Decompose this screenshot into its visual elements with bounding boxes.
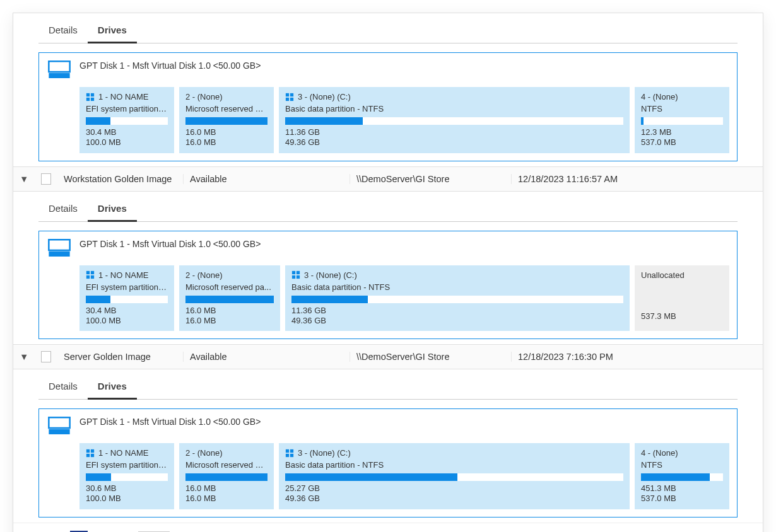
row-checkbox[interactable]: [41, 351, 51, 362]
disk-title: GPT Disk 1 - Msft Virtual Disk 1.0 <50.0…: [79, 415, 261, 427]
partition[interactable]: 3 - (None) (C:)Basic data partition - NT…: [279, 443, 630, 509]
tab-details[interactable]: Details: [38, 18, 88, 43]
disk-icon: [47, 59, 72, 82]
partition[interactable]: Unallocated537.3 MB: [635, 265, 729, 332]
svg-rect-8: [286, 97, 289, 100]
partition-usage-bar: [86, 296, 168, 303]
partition-stats: 12.3 MB537.0 MB: [641, 127, 723, 148]
expand-toggle[interactable]: ▼: [13, 352, 35, 362]
partition-stats: 30.4 MB100.0 MB: [86, 306, 168, 327]
partition-desc: NTFS: [641, 460, 723, 470]
svg-rect-16: [292, 271, 295, 274]
svg-rect-3: [91, 93, 94, 96]
windows-icon: [291, 270, 300, 279]
tab-details[interactable]: Details: [38, 374, 88, 399]
partition[interactable]: 2 - (None)Microsoft reserved pa...16.0 M…: [179, 443, 274, 509]
partition-usage-bar: [86, 117, 168, 125]
partition-usage-bar: [285, 117, 623, 125]
partition-usage-bar: [641, 473, 723, 481]
partition-label: 2 - (None): [185, 92, 267, 101]
svg-rect-14: [86, 275, 90, 279]
partition[interactable]: 4 - (None)NTFS12.3 MB537.0 MB: [635, 87, 729, 153]
windows-icon: [86, 449, 95, 458]
partition-desc: Microsoft reserved pa...: [185, 282, 274, 292]
row-checkbox[interactable]: [41, 173, 51, 185]
svg-rect-5: [91, 97, 94, 100]
svg-rect-23: [91, 449, 94, 452]
tab-drives[interactable]: Drives: [88, 18, 137, 43]
svg-rect-15: [91, 275, 94, 279]
svg-rect-25: [91, 453, 94, 456]
partition-desc: EFI system partition - ...: [86, 104, 168, 113]
partition[interactable]: 1 - NO NAMEEFI system partition - ...30.…: [79, 265, 174, 332]
partition-desc: Basic data partition - NTFS: [285, 460, 623, 470]
svg-point-21: [51, 431, 53, 432]
partition-stats: 11.36 GB49.36 GB: [291, 306, 623, 327]
disk-box: GPT Disk 1 - Msft Virtual Disk 1.0 <50.0…: [38, 52, 738, 161]
svg-rect-27: [290, 449, 293, 452]
partitions-row: 1 - NO NAMEEFI system partition - ...30.…: [79, 265, 729, 332]
pager: |◀ ◀ 1 ▶ ▶| 25 items per page: [13, 523, 763, 533]
svg-rect-6: [286, 93, 289, 96]
partition-stats: 16.0 MB16.0 MB: [185, 306, 274, 327]
tab-drives[interactable]: Drives: [88, 197, 137, 222]
partition-desc: Basic data partition - NTFS: [285, 104, 623, 113]
partition-label: 4 - (None): [641, 92, 723, 101]
svg-rect-9: [290, 97, 293, 100]
row-path: \\DemoServer\GI Store: [350, 174, 512, 184]
disk-icon: [47, 415, 72, 438]
row-status: Available: [184, 174, 350, 184]
partition-label: 3 - (None) (C:): [285, 92, 623, 101]
partition-desc: EFI system partition - ...: [86, 282, 168, 292]
partition-usage-bar: [86, 473, 168, 481]
partition-stats: 16.0 MB16.0 MB: [185, 483, 267, 504]
svg-rect-26: [286, 449, 289, 452]
tab-drives[interactable]: Drives: [88, 374, 137, 400]
partition-desc: Basic data partition - NTFS: [291, 282, 623, 292]
partition[interactable]: 2 - (None)Microsoft reserved pa...16.0 M…: [179, 87, 274, 153]
tab-details[interactable]: Details: [38, 197, 88, 221]
svg-rect-24: [86, 453, 90, 456]
partition-usage-bar: [291, 296, 623, 303]
partition-label: Unallocated: [641, 270, 723, 280]
partition-stats: 25.27 GB49.36 GB: [285, 483, 623, 504]
disk-box: GPT Disk 1 - Msft Virtual Disk 1.0 <50.0…: [38, 408, 738, 518]
disk-title: GPT Disk 1 - Msft Virtual Disk 1.0 <50.0…: [79, 238, 261, 249]
partition-label: 4 - (None): [641, 448, 723, 458]
partition[interactable]: 4 - (None)NTFS451.3 MB537.0 MB: [635, 443, 729, 509]
table-row[interactable]: ▼ Server Golden Image Available \\DemoSe…: [13, 344, 763, 369]
partition-stats: 16.0 MB16.0 MB: [185, 127, 267, 148]
partition-stats: 537.3 MB: [641, 311, 723, 321]
svg-rect-17: [297, 271, 300, 274]
tabs: Details Drives: [38, 197, 738, 222]
partition[interactable]: 1 - NO NAMEEFI system partition - ...30.…: [79, 443, 174, 509]
row-date: 12/18/2023 11:16:57 AM: [512, 174, 763, 184]
partition-stats: 30.4 MB100.0 MB: [86, 127, 168, 148]
partition-desc: EFI system partition - ...: [86, 460, 168, 470]
partition[interactable]: 3 - (None) (C:)Basic data partition - NT…: [285, 265, 630, 332]
partition-label: 1 - NO NAME: [86, 270, 168, 280]
tabs: Details Drives: [38, 374, 738, 400]
svg-rect-7: [290, 93, 293, 96]
disk-box: GPT Disk 1 - Msft Virtual Disk 1.0 <50.0…: [38, 231, 738, 340]
partition[interactable]: 3 - (None) (C:)Basic data partition - NT…: [279, 87, 630, 153]
svg-point-1: [51, 74, 53, 76]
expand-toggle[interactable]: ▼: [13, 174, 35, 184]
partition-usage-bar: [641, 117, 723, 125]
svg-rect-18: [292, 275, 295, 279]
row-status: Available: [184, 352, 350, 362]
partition-desc: Microsoft reserved pa...: [185, 460, 267, 470]
partition[interactable]: 2 - (None)Microsoft reserved pa...16.0 M…: [179, 265, 280, 332]
main-panel: Details Drives GPT Disk 1 - Msft Virtual…: [13, 13, 763, 532]
svg-point-11: [51, 253, 53, 255]
partitions-row: 1 - NO NAMEEFI system partition - ...30.…: [79, 87, 729, 153]
partition-usage-bar: [185, 473, 267, 481]
windows-icon: [86, 93, 95, 101]
partition-stats: 30.6 MB100.0 MB: [86, 483, 168, 504]
row-name: Server Golden Image: [57, 352, 184, 362]
partition[interactable]: 1 - NO NAMEEFI system partition - ...30.…: [79, 87, 174, 153]
row-date: 12/18/2023 7:16:30 PM: [512, 352, 763, 362]
table-row[interactable]: ▼ Workstation Golden Image Available \\D…: [13, 166, 763, 192]
svg-rect-29: [290, 453, 293, 456]
partition-desc: Microsoft reserved pa...: [185, 104, 267, 113]
